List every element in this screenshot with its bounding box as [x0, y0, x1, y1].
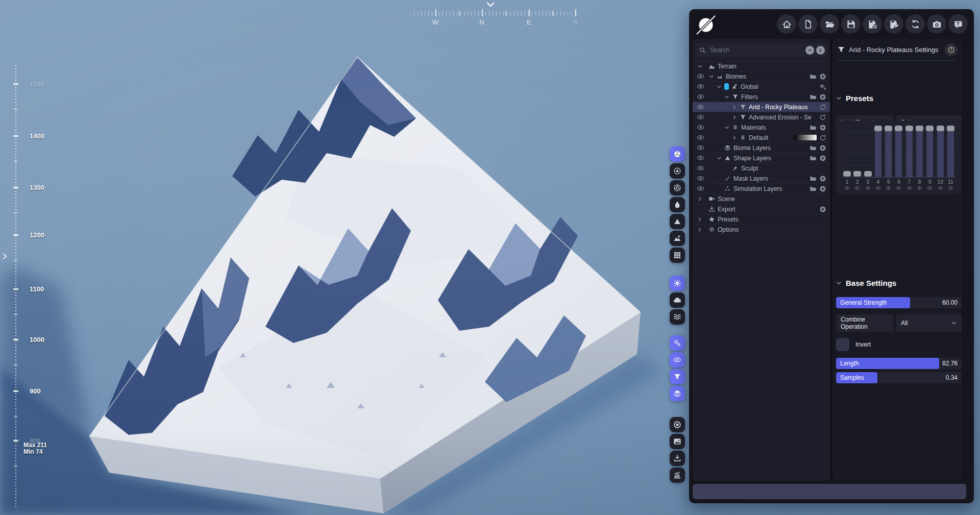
step-slider-handle[interactable] — [916, 126, 923, 131]
chevron-right-toggle[interactable] — [731, 114, 740, 120]
stats-button[interactable] — [670, 468, 685, 483]
chevron-down-toggle[interactable] — [716, 84, 724, 90]
add-layer-button[interactable] — [819, 83, 826, 90]
visibility-toggle[interactable] — [697, 93, 708, 101]
tree-item-global[interactable]: Global — [693, 82, 830, 92]
filters-toggle-button[interactable] — [670, 369, 685, 384]
step-slider-handle[interactable] — [895, 126, 902, 131]
record-button[interactable] — [670, 417, 685, 432]
new-folder-button[interactable] — [810, 124, 817, 131]
chevron-down-toggle[interactable] — [708, 73, 717, 80]
visibility-toggle[interactable] — [697, 134, 708, 141]
save-incremental-button[interactable] — [884, 14, 903, 34]
step-strength-column[interactable] — [853, 126, 861, 178]
add-item-button[interactable] — [819, 73, 826, 80]
view-wireframe-button[interactable] — [670, 180, 685, 195]
step-visibility-toggle[interactable] — [895, 185, 902, 191]
visibility-toggle[interactable] — [697, 144, 708, 152]
collapse-all-button[interactable] — [805, 46, 814, 55]
mountain-view-button[interactable] — [670, 214, 685, 229]
step-visibility-toggle[interactable] — [905, 185, 913, 191]
visibility-toggle[interactable] — [697, 103, 708, 111]
tree-item-biome-layers[interactable]: Biome Layers — [693, 143, 830, 153]
search-input[interactable] — [709, 46, 803, 54]
sun-toggle-button[interactable] — [670, 276, 685, 291]
snapshot-image-button[interactable] — [670, 434, 685, 449]
help-button[interactable]: ? — [948, 14, 968, 34]
add-item-button[interactable] — [819, 175, 826, 182]
add-item-button[interactable] — [819, 124, 826, 131]
new-file-button[interactable] — [798, 14, 818, 34]
view-textured-button[interactable] — [670, 163, 685, 179]
new-folder-button[interactable] — [810, 93, 817, 101]
save-as-button[interactable] — [863, 14, 882, 34]
visibility-toggle[interactable] — [697, 185, 708, 192]
add-item-button[interactable] — [819, 206, 826, 213]
layers-toggle-button[interactable] — [670, 386, 685, 401]
home-button[interactable] — [777, 14, 796, 34]
new-folder-button[interactable] — [810, 155, 817, 162]
add-item-button[interactable] — [819, 93, 826, 101]
step-slider-handle[interactable] — [905, 126, 913, 131]
open-project-button[interactable] — [820, 14, 839, 34]
step-slider-handle[interactable] — [947, 126, 954, 131]
grid-toggle-button[interactable] — [670, 248, 685, 263]
step-strength-column[interactable] — [885, 126, 892, 178]
step-visibility-toggle[interactable] — [885, 185, 892, 191]
visibility-toggle[interactable] — [697, 164, 708, 172]
add-item-button[interactable] — [819, 185, 826, 192]
screenshot-button[interactable] — [927, 14, 946, 34]
step-visibility-toggle[interactable] — [843, 185, 851, 191]
step-strength-column[interactable] — [926, 126, 934, 178]
visibility-toggle[interactable] — [697, 113, 708, 121]
new-folder-button[interactable] — [810, 175, 817, 182]
step-visibility-toggle[interactable] — [926, 185, 934, 191]
panel-expander[interactable] — [1, 251, 9, 261]
refresh-item-button[interactable] — [819, 104, 826, 111]
clouds-toggle-button[interactable] — [670, 292, 685, 308]
step-visibility-toggle[interactable] — [947, 185, 954, 191]
new-folder-button[interactable] — [810, 73, 817, 80]
step-strength-column[interactable] — [905, 126, 913, 178]
invert-checkbox[interactable] — [836, 338, 849, 351]
step-strength-column[interactable] — [895, 126, 902, 178]
compass[interactable]: WNES — [403, 3, 580, 23]
new-folder-button[interactable] — [810, 144, 817, 152]
tree-item-shape-layers[interactable]: Shape Layers — [693, 153, 830, 163]
tree-item-materials[interactable]: Materials — [693, 122, 830, 133]
add-item-button[interactable] — [819, 144, 826, 152]
step-visibility-toggle[interactable] — [874, 185, 882, 191]
tree-item-sculpt[interactable]: Sculpt — [693, 163, 830, 174]
visibility-toggle[interactable] — [697, 83, 708, 90]
tree-item-options[interactable]: Options — [693, 225, 830, 235]
chevron-right-toggle[interactable] — [697, 227, 708, 233]
step-strength-column[interactable] — [843, 126, 851, 178]
tree-item-presets[interactable]: Presets — [693, 214, 830, 225]
tree-item-mask-layers[interactable]: Mask Layers — [693, 174, 830, 184]
tree-item-terrain[interactable]: Terrain — [693, 61, 830, 71]
length-slider[interactable]: Length 82.76 — [836, 358, 962, 369]
tree-item-biomes[interactable]: Biomes — [693, 71, 830, 82]
step-slider-handle[interactable] — [864, 171, 872, 177]
step-slider-handle[interactable] — [874, 126, 882, 131]
step-strength-column[interactable] — [937, 126, 944, 178]
auto-build-toggle-button[interactable] — [670, 335, 685, 351]
tree-item-simulation-layers[interactable]: Simulation Layers — [693, 184, 830, 194]
chevron-right-toggle[interactable] — [697, 216, 708, 223]
step-strength-column[interactable] — [874, 126, 882, 178]
view-shaded-button[interactable] — [670, 146, 685, 162]
tree-item-arid-rocky-plateaus[interactable]: Arid - Rocky Plateaus — [693, 102, 830, 112]
tree-item-scene[interactable]: Scene — [693, 194, 830, 204]
step-slider-handle[interactable] — [926, 126, 934, 131]
chevron-right-toggle[interactable] — [731, 104, 740, 110]
chevron-down-toggle[interactable] — [724, 94, 732, 100]
refresh-item-button[interactable] — [819, 134, 826, 141]
tree-item-default[interactable]: Default — [693, 133, 830, 143]
expand-all-button[interactable] — [816, 46, 825, 55]
presets-section-heading[interactable]: Presets — [836, 94, 873, 103]
visibility-toggle[interactable] — [697, 72, 708, 80]
chevron-down-toggle[interactable] — [697, 63, 708, 69]
step-visibility-toggle[interactable] — [853, 185, 861, 191]
tree-item-export[interactable]: Export — [693, 204, 830, 214]
step-slider-handle[interactable] — [885, 126, 892, 131]
